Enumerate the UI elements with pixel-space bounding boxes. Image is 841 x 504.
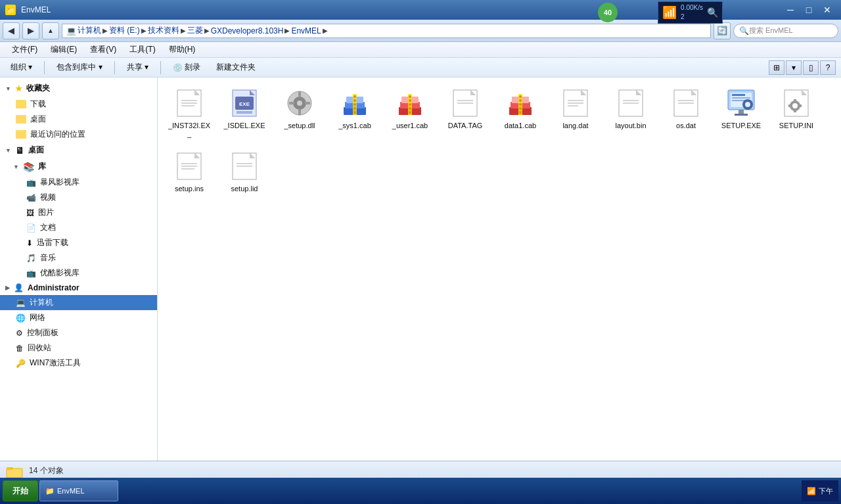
desktop-label: 桌面 (28, 145, 44, 156)
sidebar-item-music[interactable]: 🎵 音乐 (0, 250, 157, 265)
svg-point-46 (519, 99, 522, 102)
file-item[interactable]: SETUP.INI (770, 83, 823, 143)
svg-point-47 (519, 103, 522, 106)
svg-rect-82 (788, 104, 791, 107)
up-button[interactable]: ▲ (42, 22, 59, 39)
sidebar-item-network[interactable]: 🌐 网络 (0, 310, 157, 325)
sidebar-item-pictures[interactable]: 🖼 图片 (0, 205, 157, 220)
sidebar-item-win7tool[interactable]: 🔑 WIN7激活工具 (0, 355, 157, 371)
sidebar-item-computer[interactable]: 💻 计算机 (0, 295, 157, 310)
breadcrumb-gxdev[interactable]: GXDeveloper8.103H (211, 26, 284, 35)
file-item[interactable]: SETUP.EXE (715, 83, 767, 143)
folder-icon (16, 115, 26, 124)
burn-button[interactable]: 💿 刻录 (168, 60, 206, 74)
file-icon-data-tag (449, 87, 481, 119)
share-label: 共享 ▾ (127, 62, 148, 73)
file-item[interactable]: _setup.dll (273, 83, 326, 143)
file-item[interactable]: data1.cab (494, 83, 547, 143)
svg-point-79 (792, 103, 798, 108)
docs-icon: 📄 (26, 223, 36, 233)
wifi-icon: 📶 (662, 5, 677, 20)
address-bar[interactable]: 💻 计算机 ▶ 资料 (E:) ▶ 技术资料 ▶ 三菱 ▶ GXDevelope… (62, 24, 711, 38)
menu-tools[interactable]: 工具(T) (123, 43, 162, 57)
sidebar-item-video[interactable]: 📹 视频 (0, 190, 157, 205)
file-item[interactable]: DATA.TAG (439, 83, 491, 143)
file-icon-layout (615, 87, 647, 119)
sidebar-admin-header[interactable]: ▶ 👤 Administrator (0, 281, 157, 295)
file-icon-isdel: EXE (229, 87, 260, 119)
file-item[interactable]: os.dat (660, 83, 712, 143)
panel-toggle-button[interactable]: ▯ (803, 60, 819, 75)
system-tray: 📶 下午 (802, 480, 838, 501)
share-button[interactable]: 共享 ▾ (122, 60, 154, 74)
file-label: _sys1.cab (338, 122, 371, 130)
admin-label: Administrator (28, 283, 80, 292)
file-item[interactable]: lang.dat (549, 83, 602, 143)
breadcrumb-mitsubishi[interactable]: 三菱 (187, 25, 203, 36)
include-library-button[interactable]: 包含到库中 ▾ (51, 60, 107, 74)
sidebar-library-header[interactable]: ▼ 📚 库 (0, 158, 157, 175)
file-item[interactable]: _user1.cab (384, 83, 436, 143)
view-dropdown-button[interactable]: ▾ (786, 60, 802, 75)
menu-view[interactable]: 查看(V) (83, 43, 123, 57)
view-toggle-button[interactable]: ⊞ (769, 60, 784, 75)
search-bar[interactable]: 🔍 搜索 EnvMEL (733, 24, 838, 38)
help-button[interactable]: ? (820, 60, 836, 75)
file-label: setup.lid (231, 185, 258, 193)
svg-rect-10 (237, 111, 252, 114)
tray-time: 下午 (819, 486, 833, 496)
maximize-button[interactable]: □ (800, 3, 817, 16)
menu-file[interactable]: 文件(F) (5, 43, 44, 57)
minimize-button[interactable]: ─ (782, 3, 799, 16)
network-counter: 40 (598, 3, 618, 22)
forward-button[interactable]: ▶ (22, 22, 39, 39)
file-label: _user1.cab (392, 122, 428, 130)
sidebar-item-youku[interactable]: 📺 优酷影视库 (0, 265, 157, 281)
recycle-label: 回收站 (28, 342, 51, 354)
refresh-button[interactable]: 🔄 (714, 22, 731, 39)
sidebar-item-download[interactable]: 下载 (0, 97, 157, 112)
svg-point-31 (409, 95, 411, 98)
sidebar-item-recent[interactable]: 最近访问的位置 (0, 127, 157, 142)
file-content: _INST32I.EX_ EXE _ISDEL.EXE (158, 78, 841, 461)
breadcrumb-computer[interactable]: 计算机 (78, 25, 101, 36)
file-item[interactable]: _sys1.cab (329, 83, 381, 143)
library-arrow: ▼ (13, 164, 19, 170)
file-icon-osdat (670, 87, 702, 119)
sidebar-desktop-header[interactable]: ▼ 🖥 桌面 (0, 142, 157, 158)
file-grid: _INST32I.EX_ EXE _ISDEL.EXE (163, 83, 836, 198)
organize-button[interactable]: 组织 ▾ (5, 60, 37, 74)
sidebar-favorites-header[interactable]: ▼ ★ 收藏夹 (0, 80, 157, 97)
file-item[interactable]: setup.lid (218, 146, 271, 198)
file-item[interactable]: setup.ins (163, 146, 216, 198)
svg-point-33 (409, 103, 411, 106)
breadcrumb-envmel[interactable]: EnvMEL (291, 26, 321, 35)
sidebar-item-desktop-fav[interactable]: 桌面 (0, 112, 157, 127)
sidebar-item-xunlei[interactable]: ⬇ 迅雷下载 (0, 235, 157, 250)
svg-point-25 (353, 107, 356, 110)
file-item[interactable]: _INST32I.EX_ (163, 83, 216, 143)
file-icon-setup-exe (725, 87, 757, 119)
file-item[interactable]: EXE _ISDEL.EXE (218, 83, 271, 143)
close-button[interactable]: ✕ (819, 3, 836, 16)
back-button[interactable]: ◀ (3, 22, 20, 39)
sidebar-item-control-panel[interactable]: ⚙ 控制面板 (0, 325, 157, 340)
breadcrumb-tech[interactable]: 技术资料 (148, 25, 179, 36)
menu-edit[interactable]: 编辑(E) (44, 43, 83, 57)
sidebar-item-baofeng[interactable]: 📺 暴风影视库 (0, 175, 157, 190)
start-button[interactable]: 开始 (3, 480, 38, 501)
menu-help[interactable]: 帮助(H) (162, 43, 202, 57)
file-icon-data1 (505, 87, 536, 119)
sidebar-item-docs[interactable]: 📄 文档 (0, 220, 157, 235)
file-item[interactable]: layout.bin (604, 83, 657, 143)
new-folder-label: 新建文件夹 (216, 62, 256, 73)
sep2 (114, 61, 115, 74)
taskbar-item-explorer[interactable]: 📁 EnvMEL (39, 480, 118, 501)
breadcrumb-drive[interactable]: 资料 (E:) (109, 25, 140, 36)
titlebar-icon: 📁 (5, 5, 16, 15)
svg-rect-96 (7, 467, 13, 470)
burn-label: 刻录 (185, 62, 200, 73)
sidebar-item-recycle[interactable]: 🗑 回收站 (0, 340, 157, 355)
new-folder-button[interactable]: 新建文件夹 (211, 60, 261, 74)
svg-point-13 (297, 101, 302, 106)
